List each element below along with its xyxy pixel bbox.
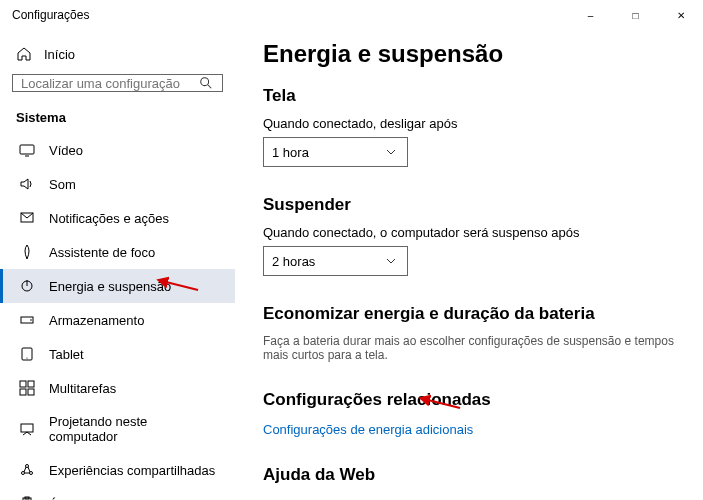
focus-icon [19,244,35,260]
svg-point-10 [26,357,27,358]
sound-icon [19,176,35,192]
sidebar-item-clipboard[interactable]: Área de Transferência [0,487,235,500]
sidebar-item-label: Vídeo [49,143,83,158]
svg-rect-14 [28,389,34,395]
search-icon [198,75,214,91]
svg-rect-13 [20,389,26,395]
sidebar-item-power[interactable]: Energia e suspensão [0,269,235,303]
sidebar: Início Sistema Vídeo Som Notificaç [0,30,235,500]
sleep-heading: Suspender [263,195,675,215]
sidebar-item-label: Notificações e ações [49,211,169,226]
svg-rect-2 [20,145,34,154]
sidebar-item-video[interactable]: Vídeo [0,133,235,167]
page-title: Energia e suspensão [263,40,675,68]
chevron-down-icon [383,253,399,269]
home-label: Início [44,47,75,62]
sidebar-item-tablet[interactable]: Tablet [0,337,235,371]
battery-heading: Economizar energia e duração da bateria [263,304,675,324]
chevron-down-icon [383,144,399,160]
shared-icon [19,462,35,478]
power-icon [19,278,35,294]
sleep-label: Quando conectado, o computador será susp… [263,225,675,240]
additional-power-link[interactable]: Configurações de energia adicionais [263,422,473,437]
projecting-icon [19,421,35,437]
svg-rect-12 [28,381,34,387]
sidebar-item-label: Tablet [49,347,84,362]
sidebar-item-projecting[interactable]: Projetando neste computador [0,405,235,453]
sidebar-item-label: Projetando neste computador [49,414,219,444]
screen-heading: Tela [263,86,675,106]
sidebar-item-storage[interactable]: Armazenamento [0,303,235,337]
maximize-button[interactable]: □ [613,0,658,30]
sidebar-item-label: Área de Transferência [49,497,177,501]
screen-timeout-select[interactable]: 1 hora [263,137,408,167]
sidebar-item-focus[interactable]: Assistente de foco [0,235,235,269]
select-value: 1 hora [272,145,309,160]
battery-desc: Faça a bateria durar mais ao escolher co… [263,334,675,362]
sidebar-item-sound[interactable]: Som [0,167,235,201]
section-label: Sistema [0,104,235,133]
main-pane: Energia e suspensão Tela Quando conectad… [235,30,703,500]
notifications-icon [19,210,35,226]
storage-icon [19,312,35,328]
multitask-icon [19,380,35,396]
tablet-icon [19,346,35,362]
clipboard-icon [19,496,35,500]
sidebar-item-label: Armazenamento [49,313,144,328]
sidebar-item-label: Assistente de foco [49,245,155,260]
svg-point-0 [201,78,209,86]
sleep-timeout-select[interactable]: 2 horas [263,246,408,276]
display-icon [19,142,35,158]
related-heading: Configurações relacionadas [263,390,675,410]
screen-label: Quando conectado, desligar após [263,116,675,131]
sidebar-item-label: Som [49,177,76,192]
select-value: 2 horas [272,254,315,269]
home-icon [16,46,32,62]
sidebar-item-label: Multitarefas [49,381,116,396]
svg-point-8 [30,319,32,321]
sidebar-item-shared[interactable]: Experiências compartilhadas [0,453,235,487]
sidebar-item-label: Experiências compartilhadas [49,463,215,478]
window-title: Configurações [12,8,89,22]
home-button[interactable]: Início [0,38,235,74]
svg-rect-15 [21,424,33,432]
webhelp-heading: Ajuda da Web [263,465,675,485]
sidebar-item-label: Energia e suspensão [49,279,171,294]
svg-rect-11 [20,381,26,387]
sidebar-item-multitask[interactable]: Multitarefas [0,371,235,405]
svg-line-1 [208,85,212,89]
search-input[interactable] [21,76,198,91]
titlebar: Configurações – □ ✕ [0,0,703,30]
close-button[interactable]: ✕ [658,0,703,30]
sidebar-item-notifications[interactable]: Notificações e ações [0,201,235,235]
search-box[interactable] [12,74,223,92]
minimize-button[interactable]: – [568,0,613,30]
